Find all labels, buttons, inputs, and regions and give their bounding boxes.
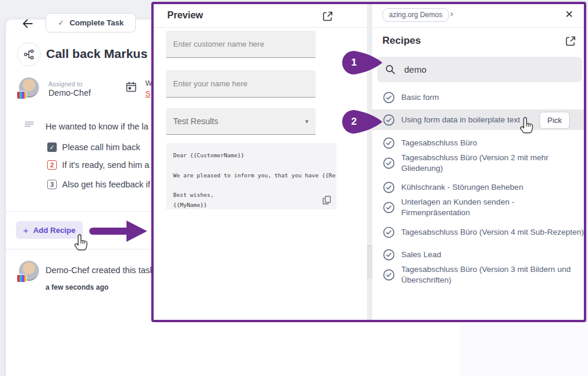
preview-panel-title: Preview <box>167 10 203 21</box>
activity-entry: Demo-Chef created this task <box>46 265 154 275</box>
assignee-name: Demo-Chef <box>48 88 91 98</box>
recipe-search[interactable] <box>377 57 582 82</box>
recipe-item[interactable]: Kühlschrank - Störungen Beheben <box>372 179 584 196</box>
screenshot-stage: ✓ Complete Task Call back Markus Assigne… <box>0 0 588 376</box>
circle-check-icon <box>383 269 395 281</box>
avatar-brand-badge <box>17 91 27 99</box>
add-recipe-label: Add Recipe <box>33 226 76 235</box>
recipe-item-label: Tagesabschluss Büro (Version 3 mit Bilde… <box>401 264 579 286</box>
circle-check-icon <box>383 114 395 126</box>
annotation-step-2-badge: 2 <box>341 109 384 135</box>
circle-check-icon <box>383 202 395 213</box>
dialog-sheet-bottom <box>152 322 460 376</box>
boilerplate-template-block: Dear {{CustomerName}} We are pleased to … <box>166 143 336 209</box>
your-name-input[interactable] <box>166 70 316 98</box>
recipe-item-label: Tagesabschluss Büro (Version 2 mit mehr … <box>401 153 579 174</box>
circle-check-icon <box>383 249 395 261</box>
recipe-item-label: Tagesabschluss Büro <box>401 138 477 148</box>
open-external-icon[interactable] <box>323 11 333 21</box>
circle-check-icon <box>383 137 395 149</box>
checklist-item: 3 Also get his feedback if <box>47 180 150 189</box>
checkbox-checked-icon[interactable]: ✓ <box>47 142 57 152</box>
customer-name-input[interactable] <box>166 31 316 58</box>
checklist-item-label: Please call him back <box>62 142 140 152</box>
add-recipe-button[interactable]: + Add Recipe <box>16 221 83 239</box>
checklist-item: 2 If it's ready, send him a <box>47 160 150 170</box>
test-results-select[interactable]: Test Results ▾ <box>166 108 316 135</box>
recipe-item[interactable]: Tagesabschluss Büro <box>372 134 584 152</box>
close-icon[interactable]: ✕ <box>565 8 573 21</box>
page-title: Call back Markus <box>46 47 148 61</box>
select-value: Test Results <box>173 116 218 126</box>
back-arrow-icon[interactable] <box>21 17 34 30</box>
recipe-item-label: Basic form <box>401 92 439 103</box>
recipe-item-sales-lead[interactable]: Sales Lead <box>372 246 584 264</box>
panel-header-divider <box>372 27 584 28</box>
recipe-item[interactable]: Tagesabschluss Büro (Version 3 mit Bilde… <box>372 262 584 287</box>
checklist-item-label: Also get his feedback if <box>62 180 150 189</box>
task-description: He wanted to know if the la <box>46 122 148 131</box>
drawer-sheet-bottom <box>460 322 588 376</box>
recipe-item-label: Unterlagen an Kunden senden - Firmenpräs… <box>401 197 579 218</box>
panel-header-divider <box>154 27 367 28</box>
circle-check-icon <box>383 157 395 169</box>
search-icon <box>385 64 395 74</box>
recipe-item[interactable]: Unterlagen an Kunden senden - Firmenpräs… <box>372 195 584 220</box>
annotation-step-number: 1 <box>341 50 367 76</box>
chevron-down-icon: ▾ <box>305 118 308 125</box>
panel-gap-scrollbar[interactable] <box>367 246 372 279</box>
template-text: Dear {{CustomerName}} We are pleased to … <box>173 151 333 209</box>
recipe-item-label: Kühlschrank - Störungen Beheben <box>401 182 523 193</box>
circle-check-icon <box>383 226 395 238</box>
copy-icon[interactable] <box>323 196 331 205</box>
plus-icon: + <box>23 225 28 235</box>
annotation-step-1-badge: 1 <box>341 50 384 76</box>
checkbox-number-3[interactable]: 3 <box>47 180 57 189</box>
annotation-step-number: 2 <box>341 109 367 135</box>
calendar-icon[interactable] <box>126 82 137 92</box>
recipe-item-label: Tagesabschluss Büro (Version 4 mit Sub-R… <box>401 227 584 238</box>
recipe-item[interactable]: Tagesabschluss Büro (Version 2 mit mehr … <box>372 151 584 176</box>
recipe-item[interactable]: Tagesabschluss Büro (Version 4 mit Sub-R… <box>372 223 584 241</box>
breadcrumb-chevron-icon: › <box>450 8 453 18</box>
open-external-icon[interactable] <box>566 36 576 46</box>
recipe-item-label: Using form data in boilerplate text <box>401 115 520 125</box>
activity-avatar <box>19 261 39 281</box>
breadcrumb[interactable]: azing.org Demos <box>382 8 449 22</box>
check-icon: ✓ <box>58 18 64 27</box>
complete-task-button[interactable]: ✓ Complete Task <box>46 13 136 33</box>
workflow-icon-circle[interactable] <box>17 43 41 66</box>
assignee-avatar <box>19 77 39 98</box>
checklist-item: ✓ Please call him back <box>47 142 140 152</box>
avatar-brand-badge <box>17 274 27 283</box>
circle-check-icon <box>383 181 395 193</box>
description-icon <box>24 121 34 129</box>
checklist-item-label: If it's ready, send him a <box>62 160 150 170</box>
activity-timestamp: a few seconds ago <box>46 283 109 291</box>
recipes-panel-title: Recipes <box>382 35 421 47</box>
workflow-branch-icon <box>24 49 34 60</box>
search-input[interactable] <box>403 64 559 75</box>
circle-check-icon <box>383 92 395 103</box>
panel-gap-divider <box>367 245 372 246</box>
pick-button[interactable]: Pick <box>540 112 570 129</box>
checkbox-number-2[interactable]: 2 <box>47 160 57 170</box>
complete-task-label: Complete Task <box>70 18 124 27</box>
assigned-to-label: Assigned to <box>48 80 82 87</box>
recipe-item-label: Sales Lead <box>401 249 441 260</box>
recipe-item-basic-form[interactable]: Basic form <box>372 89 584 106</box>
annotation-arrow-icon <box>89 219 148 243</box>
